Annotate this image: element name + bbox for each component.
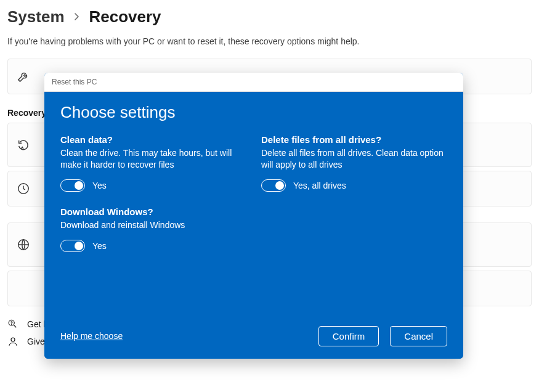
reset-pc-dialog: Reset this PC Choose settings Clean data…	[44, 73, 463, 359]
page-subtitle: If you're having problems with your PC o…	[0, 31, 539, 59]
breadcrumb-current: Recovery	[89, 7, 161, 27]
toggle-label: Yes, all drives	[293, 181, 346, 190]
confirm-button[interactable]: Confirm	[318, 326, 379, 346]
cancel-button[interactable]: Cancel	[390, 326, 447, 346]
toggle-label: Yes	[92, 181, 107, 190]
svg-point-4	[11, 338, 15, 341]
wrench-icon	[17, 70, 30, 83]
globe-icon	[17, 238, 30, 251]
clean-data-toggle[interactable]	[60, 179, 85, 192]
reset-icon	[17, 138, 30, 152]
setting-desc: Clean the drive. This may take hours, bu…	[60, 147, 246, 171]
toggle-label: Yes	[92, 241, 107, 251]
history-icon	[17, 182, 30, 195]
setting-title: Clean data?	[60, 134, 246, 145]
delete-all-drives-toggle[interactable]	[261, 179, 286, 192]
setting-download-windows: Download Windows? Download and reinstall…	[60, 206, 246, 252]
help-me-choose-link[interactable]: Help me choose	[60, 331, 123, 341]
setting-title: Delete files from all drives?	[261, 134, 447, 145]
feedback-icon	[7, 336, 18, 347]
setting-desc: Download and reinstall Windows	[60, 219, 246, 231]
chevron-right-icon	[73, 12, 81, 23]
setting-delete-all-drives: Delete files from all drives? Delete all…	[261, 134, 447, 192]
dialog-heading: Choose settings	[60, 103, 447, 122]
download-windows-toggle[interactable]	[60, 240, 85, 252]
dialog-titlebar: Reset this PC	[44, 73, 463, 92]
setting-clean-data: Clean data? Clean the drive. This may ta…	[60, 134, 246, 192]
svg-point-3	[11, 324, 12, 325]
help-icon	[7, 319, 18, 330]
breadcrumb-parent[interactable]: System	[7, 7, 65, 27]
setting-desc: Delete all files from all drives. Clean …	[261, 147, 447, 171]
breadcrumb: System Recovery	[0, 0, 539, 31]
setting-title: Download Windows?	[60, 206, 246, 217]
